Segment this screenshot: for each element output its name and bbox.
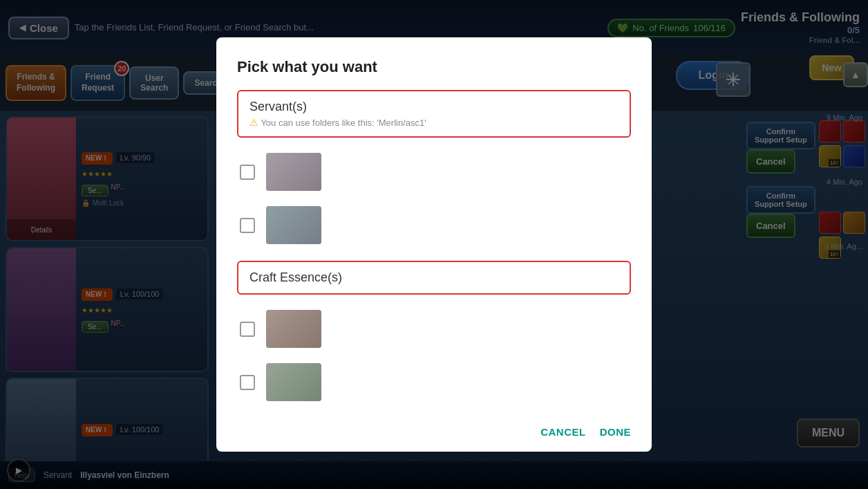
servant-thumb-inner-2 (266, 206, 321, 244)
craft-thumb-inner-1 (266, 310, 321, 348)
craft-thumb-1 (266, 310, 321, 348)
modal-dialog: Pick what you want Servant(s) ⚠ You can … (216, 37, 652, 452)
warning-icon: ⚠ (249, 117, 258, 128)
modal-cancel-button[interactable]: CANCEL (540, 426, 586, 438)
checkbox-craft-1[interactable] (240, 322, 255, 337)
modal-title: Pick what you want (237, 58, 631, 76)
servant-thumb-1 (266, 153, 321, 191)
modal-overlay: Pick what you want Servant(s) ⚠ You can … (0, 0, 868, 489)
checkbox-servant-1[interactable] (240, 165, 255, 180)
craft-section-header: Craft Essence(s) (237, 261, 631, 295)
modal-done-button[interactable]: DONE (600, 426, 631, 438)
modal-footer: CANCEL DONE (237, 412, 631, 438)
servant-section-header: Servant(s) ⚠ You can use folders like th… (237, 90, 631, 138)
servant-item-2 (237, 202, 631, 248)
servant-section-subtitle: ⚠ You can use folders like this: 'Merlin… (249, 117, 619, 128)
craft-item-2 (237, 359, 631, 405)
servant-section-title: Servant(s) (249, 100, 619, 114)
servant-thumb-inner-1 (266, 153, 321, 191)
craft-section-title: Craft Essence(s) (249, 270, 619, 285)
servant-thumb-2 (266, 206, 321, 244)
servant-item-1 (237, 149, 631, 195)
checkbox-servant-2[interactable] (240, 218, 255, 233)
checkbox-craft-2[interactable] (240, 375, 255, 390)
servant-subtitle-text: You can use folders like this: 'Merlin/a… (261, 118, 426, 128)
craft-thumb-inner-2 (266, 363, 321, 401)
craft-item-1 (237, 306, 631, 352)
craft-thumb-2 (266, 363, 321, 401)
